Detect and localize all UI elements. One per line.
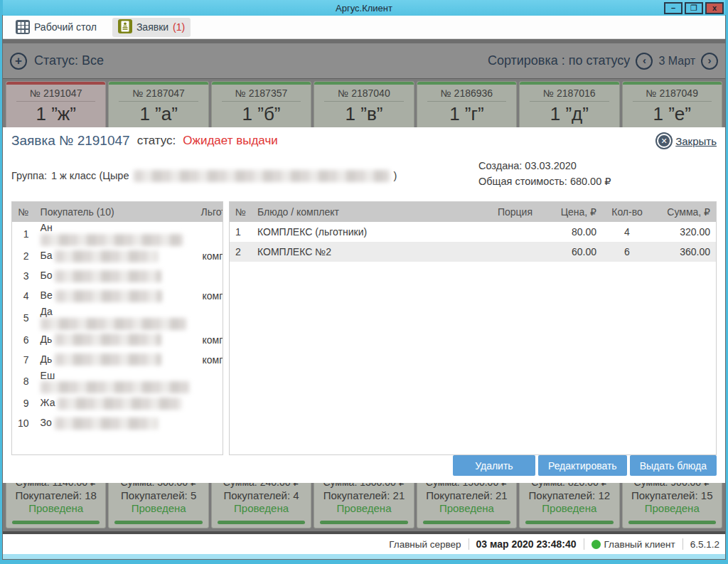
dishes-header-qty: Кол-во bbox=[602, 202, 652, 222]
prev-date-button[interactable]: ‹ bbox=[636, 53, 653, 70]
group-close-paren: ) bbox=[394, 170, 397, 181]
order-card[interactable]: № 2187040 1 ”в” bbox=[314, 81, 414, 127]
divider bbox=[469, 538, 469, 550]
card-progress-bar bbox=[218, 521, 305, 524]
divider bbox=[682, 538, 683, 550]
app-window: Аргус.Клиент – ❐ x Рабочий стол bbox=[0, 0, 728, 564]
buyer-num: 7 bbox=[12, 350, 35, 370]
redacted-buyer-name bbox=[41, 318, 186, 330]
order-number: № 2187049 bbox=[633, 87, 712, 102]
order-detail-panel: Заявка № 2191047 статус: Ожидает выдачи … bbox=[3, 127, 725, 483]
buyers-header-num: № bbox=[12, 202, 35, 222]
card-state: Проведена bbox=[520, 502, 619, 514]
maximize-button[interactable]: ❐ bbox=[685, 2, 703, 14]
completed-orders-row: Сумма: 1140.00 ₽ Покупателей: 18 Проведе… bbox=[3, 483, 725, 531]
order-class: 1 ”б” bbox=[212, 103, 311, 125]
completed-order-card[interactable]: Сумма: 820.00 ₽ Покупателей: 12 Проведен… bbox=[519, 483, 619, 528]
buyer-row[interactable]: 8 Еш bbox=[12, 370, 223, 394]
delete-button[interactable]: Удалить bbox=[453, 455, 535, 476]
close-icon[interactable]: ✕ bbox=[657, 134, 671, 148]
order-card[interactable]: № 2187016 1 ”д” bbox=[519, 81, 619, 127]
current-date-label: 3 Март bbox=[658, 55, 695, 68]
dish-qty: 4 bbox=[602, 222, 652, 242]
sort-label[interactable]: Сортировка : по статусу bbox=[488, 53, 630, 68]
card-state: Проведена bbox=[417, 502, 516, 514]
redacted-teacher-name bbox=[134, 170, 390, 182]
close-link[interactable]: Закрыть bbox=[675, 135, 717, 147]
issue-dishes-button[interactable]: Выдать блюда bbox=[630, 455, 717, 476]
order-number: № 2191047 bbox=[16, 87, 95, 102]
close-window-button[interactable]: x bbox=[705, 2, 724, 14]
order-card[interactable]: № 2187049 1 ”е” bbox=[622, 81, 722, 127]
chevron-right-icon: › bbox=[708, 55, 712, 67]
title-bar: Аргус.Клиент – ❐ x bbox=[3, 0, 725, 16]
buyer-num: 3 bbox=[12, 266, 35, 286]
orders-document-icon bbox=[118, 19, 132, 36]
edit-button[interactable]: Редактировать bbox=[538, 455, 627, 476]
order-card[interactable]: № 2187047 1 ”а” bbox=[108, 81, 208, 127]
card-buyers: Покупателей: 4 bbox=[212, 489, 311, 501]
tab-orders[interactable]: Заявки (1) bbox=[112, 18, 191, 37]
buyer-benefit bbox=[196, 370, 223, 394]
card-status-bar bbox=[623, 82, 722, 85]
buyer-row[interactable]: 3 Бо bbox=[12, 266, 223, 286]
tab-desktop[interactable]: Рабочий стол bbox=[10, 18, 102, 37]
order-number: № 2186936 bbox=[427, 87, 506, 102]
card-status-bar bbox=[520, 82, 619, 85]
card-state: Проведена bbox=[212, 502, 311, 514]
order-card[interactable]: № 2191047 1 ”ж” bbox=[6, 81, 106, 127]
completed-order-card[interactable]: Сумма: 300.00 ₽ Покупателей: 5 Проведена bbox=[108, 483, 208, 528]
status-label: статус: bbox=[137, 134, 176, 148]
order-class: 1 ”в” bbox=[314, 103, 413, 125]
card-sum: Сумма: 1560.00 ₽ bbox=[417, 483, 516, 488]
card-sum: Сумма: 820.00 ₽ bbox=[520, 483, 619, 488]
dish-num: 2 bbox=[230, 242, 252, 262]
version-label: 6.5.1.2 bbox=[690, 539, 719, 550]
buyer-row[interactable]: 2 Ба компл. bbox=[12, 246, 223, 266]
group-label: Группа: bbox=[11, 170, 47, 181]
orders-count-badge: (1) bbox=[173, 21, 185, 33]
buyer-row[interactable]: 1 Ан bbox=[12, 222, 223, 246]
buyer-benefit: компл. bbox=[196, 330, 223, 350]
online-status-icon bbox=[592, 540, 601, 549]
buyer-name: Еш bbox=[35, 370, 196, 394]
card-progress-bar bbox=[628, 521, 716, 524]
order-class: 1 ”г” bbox=[417, 103, 516, 125]
add-filter-button[interactable]: + bbox=[10, 53, 27, 70]
order-card[interactable]: № 2186936 1 ”г” bbox=[417, 81, 517, 127]
buyers-table: № Покупатель (10) Льготы 1 Ан bbox=[11, 201, 223, 455]
plus-icon: + bbox=[15, 55, 22, 67]
completed-order-card[interactable]: Сумма: 240.00 ₽ Покупателей: 4 Проведена bbox=[211, 483, 311, 528]
card-state: Проведена bbox=[109, 502, 208, 514]
order-number: № 2187047 bbox=[119, 87, 198, 102]
buyer-row[interactable]: 4 Ве компл. bbox=[12, 286, 223, 306]
buyer-benefit: компл. bbox=[196, 246, 223, 266]
datetime-label: 03 мар 2020 23:48:40 bbox=[476, 538, 577, 550]
completed-order-card[interactable]: Сумма: 1560.00 ₽ Покупателей: 21 Проведе… bbox=[417, 483, 517, 528]
dishes-header-sum: Сумма, ₽ bbox=[652, 202, 716, 222]
status-filter-label[interactable]: Статус: Все bbox=[34, 53, 104, 68]
buyer-row[interactable]: 6 Дь компл. bbox=[12, 330, 223, 350]
dish-row[interactable]: 1 КОМПЛЕКС (льготники) 80.00 4 320.00 bbox=[230, 222, 716, 242]
completed-order-card[interactable]: Сумма: 1300.00 ₽ Покупателей: 21 Проведе… bbox=[314, 483, 414, 528]
buyer-row[interactable]: 7 Дь компл. bbox=[12, 350, 223, 370]
dish-row[interactable]: 2 КОМПЛЕКС №2 60.00 6 360.00 bbox=[230, 242, 716, 262]
next-date-button[interactable]: › bbox=[701, 53, 718, 70]
buyers-header-name: Покупатель (10) bbox=[35, 202, 196, 222]
buyer-num: 1 bbox=[12, 222, 35, 246]
buyer-name: Жа bbox=[35, 393, 196, 413]
buyer-row[interactable]: 10 Зо bbox=[12, 413, 223, 433]
buyer-row[interactable]: 9 Жа bbox=[12, 393, 223, 413]
buyer-benefit: компл. bbox=[196, 350, 223, 370]
dish-num: 1 bbox=[230, 222, 252, 242]
minimize-button[interactable]: – bbox=[664, 2, 682, 14]
order-card[interactable]: № 2187357 1 ”б” bbox=[211, 81, 311, 127]
card-status-bar bbox=[6, 82, 105, 85]
tab-desktop-label: Рабочий стол bbox=[34, 21, 97, 33]
completed-order-card[interactable]: Сумма: 1140.00 ₽ Покупателей: 18 Проведе… bbox=[6, 483, 106, 528]
buyer-row[interactable]: 5 Да bbox=[12, 306, 223, 330]
buyer-benefit: компл. bbox=[196, 286, 223, 306]
order-number: № 2187040 bbox=[324, 87, 403, 102]
buyer-name: Ан bbox=[35, 222, 196, 246]
completed-order-card[interactable]: Сумма: 900.00 ₽ Покупателей: 15 Проведен… bbox=[622, 483, 722, 528]
